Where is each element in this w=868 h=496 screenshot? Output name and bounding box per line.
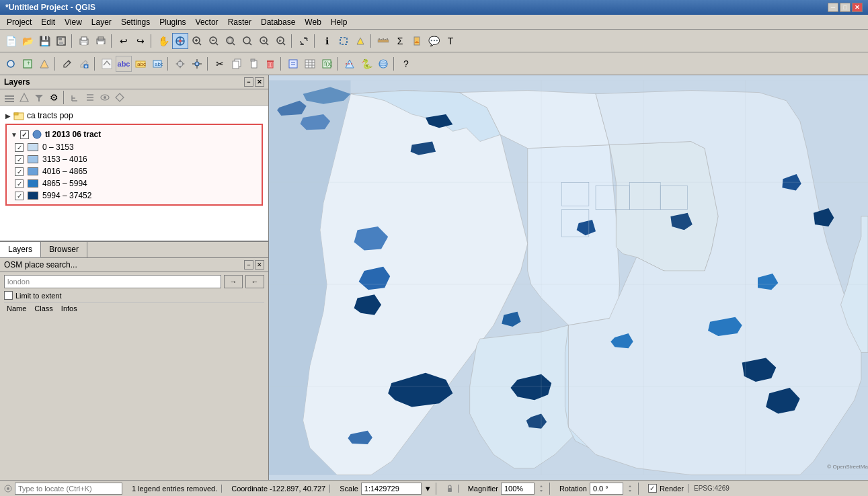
layers-panel-float-button[interactable]: −: [244, 77, 253, 87]
measure-button[interactable]: [375, 33, 391, 49]
undo-button[interactable]: ↩: [116, 33, 132, 49]
copy-features-button[interactable]: [229, 56, 245, 72]
statistics-button[interactable]: Σ: [392, 33, 408, 49]
layer-settings-button[interactable]: ⚙: [47, 91, 61, 104]
digitize-feature-button[interactable]: [99, 56, 115, 72]
zoom-in-button[interactable]: [189, 33, 205, 49]
help-button[interactable]: ?: [398, 56, 414, 72]
pan-tool-button[interactable]: ✋: [155, 33, 171, 49]
open-project-button[interactable]: 📂: [19, 33, 36, 49]
zoom-to-selection-button[interactable]: [113, 91, 126, 104]
locate-input[interactable]: [15, 483, 122, 495]
map-area[interactable]: © OpenStreetMap: [269, 75, 868, 480]
add-vector-button[interactable]: [36, 56, 52, 72]
status-rotation-input[interactable]: [590, 483, 623, 495]
field-calculator-button[interactable]: f(x): [319, 56, 335, 72]
remove-layer-button[interactable]: [17, 91, 31, 104]
osm-limit-checkbox[interactable]: [4, 291, 13, 300]
label-by-expression-button[interactable]: abc: [132, 56, 149, 72]
digitize-button[interactable]: [3, 56, 19, 72]
highlighted-layer[interactable]: ▼ tl 2013 06 tract 0 – 3153: [5, 124, 263, 206]
legend-checkbox-3[interactable]: [15, 179, 24, 188]
new-project-button[interactable]: 📄: [3, 33, 19, 49]
status-magnifier-input[interactable]: [501, 483, 535, 495]
legend-checkbox-2[interactable]: [15, 167, 24, 176]
tab-layers[interactable]: Layers: [0, 242, 41, 257]
python-console-button[interactable]: 🐍: [358, 56, 374, 72]
close-button[interactable]: ✕: [852, 3, 863, 12]
print-button[interactable]: [93, 33, 109, 49]
scale-dropdown-btn[interactable]: ▼: [424, 485, 432, 493]
add-wms-button[interactable]: [375, 56, 391, 72]
legend-checkbox-0[interactable]: [15, 143, 24, 152]
svg-line-24: [249, 43, 251, 45]
expand-all-button[interactable]: [69, 91, 82, 104]
paste-features-button[interactable]: [245, 56, 262, 72]
collapse-all-button[interactable]: [83, 91, 97, 104]
osm-body: → ← Limit to extent Name Class Infos: [0, 272, 268, 317]
pan-to-selection-button[interactable]: [172, 33, 188, 49]
add-raster-button[interactable]: +: [19, 56, 36, 72]
select-by-rect-button[interactable]: [352, 33, 368, 49]
move-feature-button[interactable]: [172, 56, 188, 72]
refresh-button[interactable]: [296, 33, 312, 49]
menu-view[interactable]: View: [61, 16, 86, 28]
text-annotation-button[interactable]: T: [442, 33, 459, 49]
menu-help[interactable]: Help: [327, 16, 352, 28]
save-as-button[interactable]: [53, 33, 69, 49]
attribute-table-button[interactable]: [302, 56, 318, 72]
osm-close-button[interactable]: ✕: [255, 260, 264, 270]
tips-button[interactable]: 💬: [426, 33, 442, 49]
delete-features-button[interactable]: [262, 56, 278, 72]
cut-features-button[interactable]: ✂: [212, 56, 228, 72]
maximize-button[interactable]: □: [840, 3, 851, 12]
layer-group-ca-tracts[interactable]: ▶ ca tracts pop: [3, 109, 266, 122]
save-edits-button[interactable]: [76, 56, 92, 72]
label-settings-button[interactable]: abc: [116, 56, 132, 72]
menu-edit[interactable]: Edit: [37, 16, 59, 28]
zoom-full-button[interactable]: [223, 33, 239, 49]
legend-checkbox-1[interactable]: [15, 155, 24, 164]
identify-button[interactable]: ℹ: [319, 33, 335, 49]
layer-name: tl 2013 06 tract: [45, 130, 101, 139]
select-button[interactable]: [336, 33, 352, 49]
minimize-button[interactable]: ─: [828, 3, 838, 12]
edit-button[interactable]: [59, 56, 75, 72]
menu-project[interactable]: Project: [3, 16, 36, 28]
layer-visibility-checkbox[interactable]: [20, 130, 29, 139]
split-features-button[interactable]: [342, 56, 358, 72]
status-scale-input[interactable]: [361, 483, 422, 495]
map-svg: © OpenStreetMap: [269, 75, 868, 480]
tab-browser[interactable]: Browser: [41, 242, 87, 257]
legend-checkbox-4[interactable]: [15, 192, 24, 200]
render-checkbox[interactable]: [648, 484, 657, 493]
menu-settings[interactable]: Settings: [117, 16, 154, 28]
label-properties-button[interactable]: abc: [149, 56, 165, 72]
redo-button[interactable]: ↪: [132, 33, 149, 49]
zoom-out-button[interactable]: [206, 33, 222, 49]
zoom-last-button[interactable]: ◀: [256, 33, 272, 49]
zoom-to-layer-button[interactable]: [239, 33, 255, 49]
osm-search-input[interactable]: [4, 275, 221, 288]
menu-database[interactable]: Database: [257, 16, 299, 28]
menu-plugins[interactable]: Plugins: [155, 16, 190, 28]
save-project-button[interactable]: 💾: [36, 33, 52, 49]
move-node-button[interactable]: [189, 56, 205, 72]
osm-go-button[interactable]: →: [224, 275, 243, 288]
menu-raster[interactable]: Raster: [224, 16, 255, 28]
add-layer-button[interactable]: [3, 91, 16, 104]
toggle-visibility-button[interactable]: [98, 91, 112, 104]
menu-web[interactable]: Web: [301, 16, 325, 28]
status-epsg[interactable]: EPSG:4269: [694, 485, 729, 492]
osm-back-button[interactable]: ←: [245, 275, 264, 288]
menu-vector[interactable]: Vector: [192, 16, 223, 28]
menu-layer[interactable]: Layer: [87, 16, 116, 28]
zoom-next-button[interactable]: ▶: [273, 33, 289, 49]
select-by-form-button[interactable]: [285, 56, 301, 72]
bookmarks-button[interactable]: [409, 33, 425, 49]
print-composer-button[interactable]: [76, 33, 92, 49]
filter-layer-button[interactable]: [32, 91, 46, 104]
layer-expand-arrow: ▼: [11, 131, 17, 138]
layers-panel-close-button[interactable]: ✕: [255, 77, 264, 87]
osm-float-button[interactable]: −: [244, 260, 253, 270]
